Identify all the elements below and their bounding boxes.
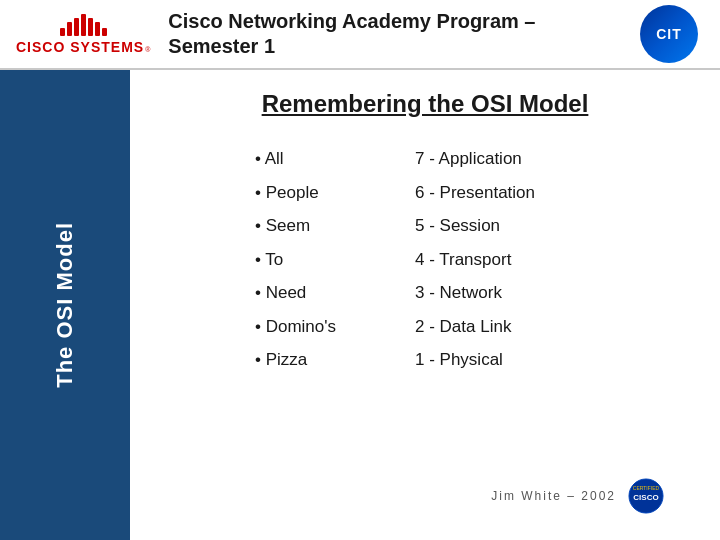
list-item: 5 - Session [415, 213, 595, 239]
list-item: 4 - Transport [415, 247, 595, 273]
list-item: • Domino's [255, 314, 395, 340]
content-columns: • All • People • Seem • To • Need • Domi… [170, 146, 680, 474]
cit-logo-circle: CIT [640, 5, 698, 63]
list-item: • Pizza [255, 347, 395, 373]
list-item: • To [255, 247, 395, 273]
cisco-certified-logo: CISCO CERTIFIED [628, 478, 664, 514]
cisco-logo: CISCO SYSTEMS ® [16, 14, 150, 55]
list-item: 6 - Presentation [415, 180, 595, 206]
footer: Jim White – 2002 CISCO CERTIFIED [170, 474, 680, 520]
sidebar-label: The OSI Model [52, 222, 78, 388]
list-item: • All [255, 146, 395, 172]
cisco-registered-icon: ® [145, 46, 150, 53]
list-item: 3 - Network [415, 280, 595, 306]
sidebar: The OSI Model [0, 70, 130, 540]
cisco-bars-icon [60, 14, 107, 36]
main-layout: The OSI Model Remembering the OSI Model … [0, 70, 720, 540]
svg-text:CERTIFIED: CERTIFIED [633, 485, 660, 491]
header-title: Cisco Networking Academy Program – Semes… [168, 9, 634, 59]
cisco-wordmark: CISCO SYSTEMS [16, 39, 144, 55]
footer-text: Jim White – 2002 [491, 489, 616, 503]
cit-logo: CIT [634, 9, 704, 59]
slide-title: Remembering the OSI Model [170, 90, 680, 118]
list-item: • Need [255, 280, 395, 306]
svg-text:CISCO: CISCO [633, 493, 658, 502]
list-item: • Seem [255, 213, 395, 239]
content-area: Remembering the OSI Model • All • People… [130, 70, 720, 540]
list-item: 1 - Physical [415, 347, 595, 373]
mnemonic-list: • All • People • Seem • To • Need • Domi… [255, 146, 395, 474]
list-item: 2 - Data Link [415, 314, 595, 340]
header: CISCO SYSTEMS ® Cisco Networking Academy… [0, 0, 720, 70]
cisco-logo-area: CISCO SYSTEMS ® [16, 14, 150, 55]
list-item: • People [255, 180, 395, 206]
osi-layers-list: 7 - Application 6 - Presentation 5 - Ses… [415, 146, 595, 474]
list-item: 7 - Application [415, 146, 595, 172]
